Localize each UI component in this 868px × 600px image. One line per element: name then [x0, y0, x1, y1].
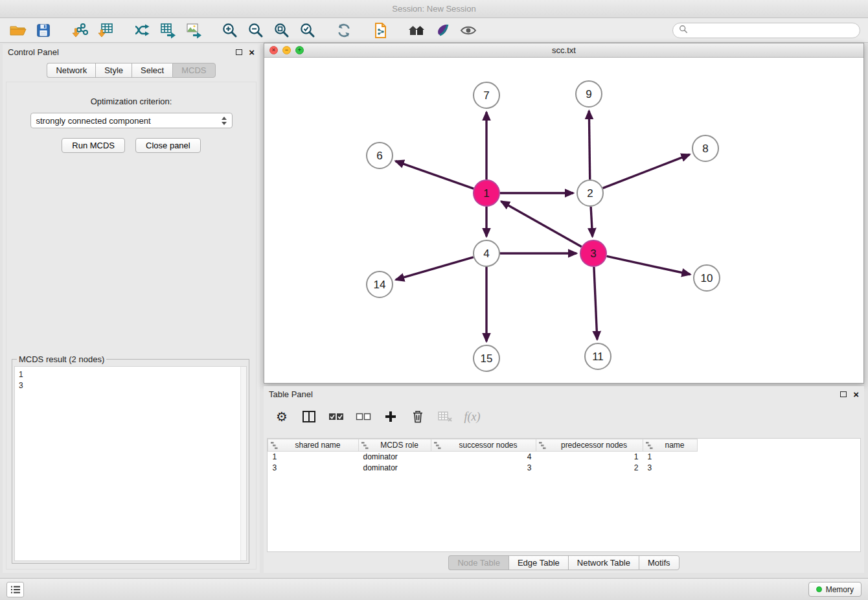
column-header-successor-nodes[interactable]: successor nodes: [431, 439, 536, 452]
table-panel-title: Table Panel: [269, 389, 313, 399]
cell-mcds-role[interactable]: dominator: [359, 452, 431, 463]
cell-successor-nodes[interactable]: 3: [431, 463, 536, 474]
export-network-icon[interactable]: [132, 21, 152, 40]
open-session-icon[interactable]: [8, 21, 27, 40]
graph-node-label: 3: [590, 248, 596, 260]
zoom-selected-icon[interactable]: [298, 21, 317, 40]
graph-node-label: 11: [592, 351, 604, 363]
window-zoom-icon[interactable]: +: [295, 46, 304, 54]
graph-edge[interactable]: [396, 161, 474, 189]
graph-node-label: 1: [483, 187, 489, 200]
criterion-dropdown[interactable]: strongly connected component: [30, 113, 233, 128]
graph-node-label: 14: [374, 279, 386, 291]
tab-node-table[interactable]: Node Table: [448, 555, 508, 570]
zoom-fit-icon[interactable]: [272, 21, 291, 40]
close-panel-icon[interactable]: ×: [249, 47, 255, 57]
column-header-mcds-role[interactable]: MCDS role: [359, 439, 431, 452]
table-settings-gear-icon[interactable]: ⚙: [274, 409, 290, 424]
cell-predecessor-nodes[interactable]: 2: [536, 463, 643, 474]
table-toolbar: ⚙ f(x): [264, 402, 864, 430]
tab-network[interactable]: Network: [47, 63, 95, 78]
run-mcds-button[interactable]: Run MCDS: [62, 138, 125, 153]
graph-edge[interactable]: [594, 267, 597, 340]
window-titlebar: Session: New Session: [0, 0, 868, 18]
window-minimize-icon[interactable]: −: [282, 46, 291, 54]
table-row[interactable]: 3 dominator 3 2 3: [268, 463, 698, 474]
import-network-icon[interactable]: [70, 21, 89, 40]
refresh-view-icon[interactable]: [334, 21, 354, 40]
search-field[interactable]: [672, 23, 860, 38]
column-sort-icon: [539, 442, 546, 449]
graph-edge[interactable]: [607, 256, 691, 274]
network-window-titlebar: × − + scc.txt: [264, 43, 863, 58]
tab-network-table[interactable]: Network Table: [568, 555, 639, 570]
graph-node-label: 7: [483, 89, 489, 102]
column-header-name[interactable]: name: [643, 439, 698, 452]
graph-edge[interactable]: [603, 154, 690, 188]
graph-edge[interactable]: [589, 111, 589, 179]
zoom-out-icon[interactable]: [246, 21, 266, 40]
save-session-icon[interactable]: [34, 21, 53, 40]
column-header-predecessor-nodes[interactable]: predecessor nodes: [536, 439, 643, 452]
first-neighbors-icon[interactable]: [371, 21, 390, 40]
cell-predecessor-nodes[interactable]: 1: [536, 452, 643, 463]
control-panel: Control Panel × Network Style Select MCD…: [3, 44, 260, 573]
cell-shared-name[interactable]: 1: [268, 452, 359, 463]
table-row[interactable]: 1 dominator 4 1 1: [268, 452, 698, 463]
cell-successor-nodes[interactable]: 4: [431, 452, 536, 463]
import-table-icon[interactable]: [96, 21, 115, 40]
mcds-panel-body: Optimization criterion: strongly connect…: [6, 82, 257, 570]
tab-motifs[interactable]: Motifs: [639, 555, 680, 570]
neighbors-group: [371, 21, 390, 40]
view-group: [407, 21, 478, 40]
function-builder-icon: f(x): [464, 409, 480, 424]
show-all-networks-icon[interactable]: [407, 21, 426, 40]
cell-shared-name[interactable]: 3: [268, 463, 359, 474]
graph-edge[interactable]: [591, 207, 592, 237]
table-panel-tabs: Node Table Edge Table Network Table Moti…: [264, 555, 864, 570]
show-hide-icon[interactable]: [459, 21, 478, 40]
column-header-shared-name[interactable]: shared name: [268, 439, 359, 452]
refresh-group: [334, 21, 354, 40]
cell-mcds-role[interactable]: dominator: [359, 463, 431, 474]
export-table-icon[interactable]: [158, 21, 177, 40]
graph-node-label: 6: [376, 150, 382, 162]
zoom-group: [220, 21, 317, 40]
zoom-in-icon[interactable]: [220, 21, 240, 40]
float-panel-icon[interactable]: [236, 49, 242, 55]
search-input[interactable]: [691, 26, 854, 35]
import-group: [70, 21, 115, 40]
result-scrollbar[interactable]: [240, 367, 246, 560]
tab-style[interactable]: Style: [95, 63, 131, 78]
status-bar: Memory: [0, 578, 868, 600]
apply-style-icon[interactable]: [433, 21, 452, 40]
close-table-panel-icon[interactable]: ×: [853, 389, 859, 399]
criterion-dropdown-value: strongly connected component: [36, 116, 151, 126]
tab-select[interactable]: Select: [131, 63, 172, 78]
show-columns-icon[interactable]: [301, 409, 317, 424]
cell-name[interactable]: 1: [643, 452, 698, 463]
close-panel-button[interactable]: Close panel: [135, 138, 201, 153]
table-header-row: shared name MCDS role successor nodes pr…: [268, 439, 698, 452]
task-history-button[interactable]: [6, 582, 24, 597]
select-all-rows-icon[interactable]: [328, 409, 344, 424]
network-view-window: × − + scc.txt 7968124314101511: [264, 43, 864, 384]
float-table-panel-icon[interactable]: [840, 391, 847, 397]
create-column-plus-icon[interactable]: [383, 409, 398, 424]
optimization-criterion-label: Optimization criterion:: [6, 97, 256, 106]
node-table-area: shared name MCDS role successor nodes pr…: [267, 438, 861, 552]
graph-edge[interactable]: [501, 202, 582, 247]
export-image-icon[interactable]: [184, 21, 203, 40]
graph-node-label: 9: [586, 88, 591, 100]
delete-column-trash-icon[interactable]: [410, 409, 426, 424]
network-canvas-container[interactable]: 7968124314101511: [264, 58, 863, 383]
main-toolbar: [0, 18, 868, 43]
deselect-all-rows-icon[interactable]: [356, 409, 371, 424]
memory-button[interactable]: Memory: [808, 582, 862, 597]
graph-edge[interactable]: [396, 257, 474, 280]
tab-mcds[interactable]: MCDS: [172, 63, 215, 78]
tab-edge-table[interactable]: Edge Table: [508, 555, 568, 570]
cell-name[interactable]: 3: [643, 463, 698, 474]
mcds-result-line: 1: [19, 369, 242, 380]
window-close-icon[interactable]: ×: [269, 46, 278, 54]
